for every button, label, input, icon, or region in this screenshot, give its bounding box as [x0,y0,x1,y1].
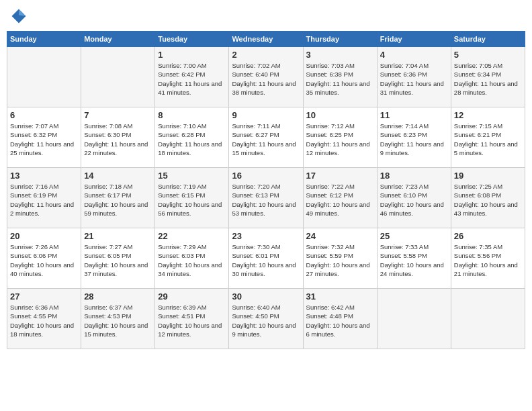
day-number: 8 [158,110,226,120]
calendar-cell [377,289,451,349]
calendar-cell: 20Sunrise: 7:26 AM Sunset: 6:06 PM Dayli… [7,228,81,289]
calendar-cell: 18Sunrise: 7:23 AM Sunset: 6:10 PM Dayli… [377,168,451,228]
calendar-week-row: 6Sunrise: 7:07 AM Sunset: 6:32 PM Daylig… [7,107,525,168]
day-info: Sunrise: 7:25 AM Sunset: 6:08 PM Dayligh… [454,182,522,218]
day-info: Sunrise: 7:12 AM Sunset: 6:25 PM Dayligh… [306,122,374,157]
day-number: 6 [10,110,78,120]
calendar-cell: 26Sunrise: 7:35 AM Sunset: 5:56 PM Dayli… [451,228,525,289]
header-monday: Monday [81,32,155,47]
day-number: 12 [454,110,522,120]
calendar-week-row: 1Sunrise: 7:00 AM Sunset: 6:42 PM Daylig… [7,47,525,107]
day-number: 14 [84,171,152,181]
day-number: 18 [380,171,448,181]
calendar-cell: 13Sunrise: 7:16 AM Sunset: 6:19 PM Dayli… [7,168,81,228]
day-number: 22 [158,231,226,241]
calendar-cell: 1Sunrise: 7:00 AM Sunset: 6:42 PM Daylig… [155,47,229,107]
calendar-week-row: 13Sunrise: 7:16 AM Sunset: 6:19 PM Dayli… [7,168,525,228]
day-info: Sunrise: 7:32 AM Sunset: 5:59 PM Dayligh… [306,242,374,278]
day-number: 23 [232,231,300,241]
calendar-cell: 30Sunrise: 6:40 AM Sunset: 4:50 PM Dayli… [229,289,303,349]
calendar-cell: 31Sunrise: 6:42 AM Sunset: 4:48 PM Dayli… [303,289,377,349]
day-info: Sunrise: 7:00 AM Sunset: 6:42 PM Dayligh… [158,61,226,97]
day-number: 26 [454,231,522,241]
day-number: 13 [10,171,78,181]
calendar-cell: 27Sunrise: 6:36 AM Sunset: 4:55 PM Dayli… [7,289,81,349]
day-info: Sunrise: 7:26 AM Sunset: 6:06 PM Dayligh… [10,242,78,278]
calendar-cell [81,47,155,107]
calendar-cell: 9Sunrise: 7:11 AM Sunset: 6:27 PM Daylig… [229,107,303,168]
calendar-cell [451,289,525,349]
day-number: 1 [158,50,226,60]
calendar-cell: 28Sunrise: 6:37 AM Sunset: 4:53 PM Dayli… [81,289,155,349]
calendar-cell: 8Sunrise: 7:10 AM Sunset: 6:28 PM Daylig… [155,107,229,168]
day-number: 3 [306,50,374,60]
header-saturday: Saturday [451,32,525,47]
day-number: 29 [158,291,226,302]
calendar-cell: 4Sunrise: 7:04 AM Sunset: 6:36 PM Daylig… [377,47,451,107]
svg-marker-1 [19,9,26,17]
day-info: Sunrise: 6:42 AM Sunset: 4:48 PM Dayligh… [306,303,374,338]
day-info: Sunrise: 6:40 AM Sunset: 4:50 PM Dayligh… [232,303,300,338]
day-number: 5 [454,50,522,60]
header-sunday: Sunday [7,32,81,47]
header-wednesday: Wednesday [229,32,303,47]
day-info: Sunrise: 7:19 AM Sunset: 6:15 PM Dayligh… [158,182,226,218]
day-info: Sunrise: 6:36 AM Sunset: 4:55 PM Dayligh… [10,303,78,338]
calendar-cell: 25Sunrise: 7:33 AM Sunset: 5:58 PM Dayli… [377,228,451,289]
page-header [7,7,525,26]
day-info: Sunrise: 7:23 AM Sunset: 6:10 PM Dayligh… [380,182,448,218]
day-info: Sunrise: 7:30 AM Sunset: 6:01 PM Dayligh… [232,242,300,278]
calendar-cell: 7Sunrise: 7:08 AM Sunset: 6:30 PM Daylig… [81,107,155,168]
day-info: Sunrise: 7:20 AM Sunset: 6:13 PM Dayligh… [232,182,300,218]
day-info: Sunrise: 6:39 AM Sunset: 4:51 PM Dayligh… [158,303,226,338]
day-number: 4 [380,50,448,60]
header-tuesday: Tuesday [155,32,229,47]
day-info: Sunrise: 7:03 AM Sunset: 6:38 PM Dayligh… [306,61,374,97]
calendar-cell: 11Sunrise: 7:14 AM Sunset: 6:23 PM Dayli… [377,107,451,168]
day-info: Sunrise: 7:04 AM Sunset: 6:36 PM Dayligh… [380,61,448,97]
day-number: 25 [380,231,448,241]
day-number: 27 [10,291,78,302]
calendar-header-row: SundayMondayTuesdayWednesdayThursdayFrid… [7,32,525,47]
calendar-week-row: 20Sunrise: 7:26 AM Sunset: 6:06 PM Dayli… [7,228,525,289]
header-thursday: Thursday [303,32,377,47]
logo [9,7,31,26]
calendar-cell: 14Sunrise: 7:18 AM Sunset: 6:17 PM Dayli… [81,168,155,228]
day-info: Sunrise: 7:07 AM Sunset: 6:32 PM Dayligh… [10,122,78,157]
day-number: 16 [232,171,300,181]
calendar-cell: 5Sunrise: 7:05 AM Sunset: 6:34 PM Daylig… [451,47,525,107]
day-info: Sunrise: 7:35 AM Sunset: 5:56 PM Dayligh… [454,242,522,278]
calendar-cell [7,47,81,107]
day-info: Sunrise: 7:11 AM Sunset: 6:27 PM Dayligh… [232,122,300,157]
day-info: Sunrise: 7:10 AM Sunset: 6:28 PM Dayligh… [158,122,226,157]
calendar-week-row: 27Sunrise: 6:36 AM Sunset: 4:55 PM Dayli… [7,289,525,349]
day-info: Sunrise: 7:16 AM Sunset: 6:19 PM Dayligh… [10,182,78,218]
calendar-cell: 10Sunrise: 7:12 AM Sunset: 6:25 PM Dayli… [303,107,377,168]
day-number: 15 [158,171,226,181]
calendar-cell: 16Sunrise: 7:20 AM Sunset: 6:13 PM Dayli… [229,168,303,228]
calendar-cell: 22Sunrise: 7:29 AM Sunset: 6:03 PM Dayli… [155,228,229,289]
day-number: 2 [232,50,300,60]
logo-icon [9,7,28,26]
calendar-cell: 12Sunrise: 7:15 AM Sunset: 6:21 PM Dayli… [451,107,525,168]
calendar-cell: 15Sunrise: 7:19 AM Sunset: 6:15 PM Dayli… [155,168,229,228]
calendar-cell: 2Sunrise: 7:02 AM Sunset: 6:40 PM Daylig… [229,47,303,107]
day-number: 28 [84,291,152,302]
day-number: 30 [232,291,300,302]
calendar-cell: 21Sunrise: 7:27 AM Sunset: 6:05 PM Dayli… [81,228,155,289]
day-number: 24 [306,231,374,241]
calendar-cell: 6Sunrise: 7:07 AM Sunset: 6:32 PM Daylig… [7,107,81,168]
day-number: 7 [84,110,152,120]
calendar-cell: 19Sunrise: 7:25 AM Sunset: 6:08 PM Dayli… [451,168,525,228]
calendar-cell: 17Sunrise: 7:22 AM Sunset: 6:12 PM Dayli… [303,168,377,228]
day-info: Sunrise: 7:33 AM Sunset: 5:58 PM Dayligh… [380,242,448,278]
calendar-cell: 23Sunrise: 7:30 AM Sunset: 6:01 PM Dayli… [229,228,303,289]
day-info: Sunrise: 6:37 AM Sunset: 4:53 PM Dayligh… [84,303,152,338]
day-number: 9 [232,110,300,120]
day-info: Sunrise: 7:27 AM Sunset: 6:05 PM Dayligh… [84,242,152,278]
day-info: Sunrise: 7:18 AM Sunset: 6:17 PM Dayligh… [84,182,152,218]
day-number: 10 [306,110,374,120]
day-info: Sunrise: 7:29 AM Sunset: 6:03 PM Dayligh… [158,242,226,278]
day-info: Sunrise: 7:05 AM Sunset: 6:34 PM Dayligh… [454,61,522,97]
day-info: Sunrise: 7:14 AM Sunset: 6:23 PM Dayligh… [380,122,448,157]
